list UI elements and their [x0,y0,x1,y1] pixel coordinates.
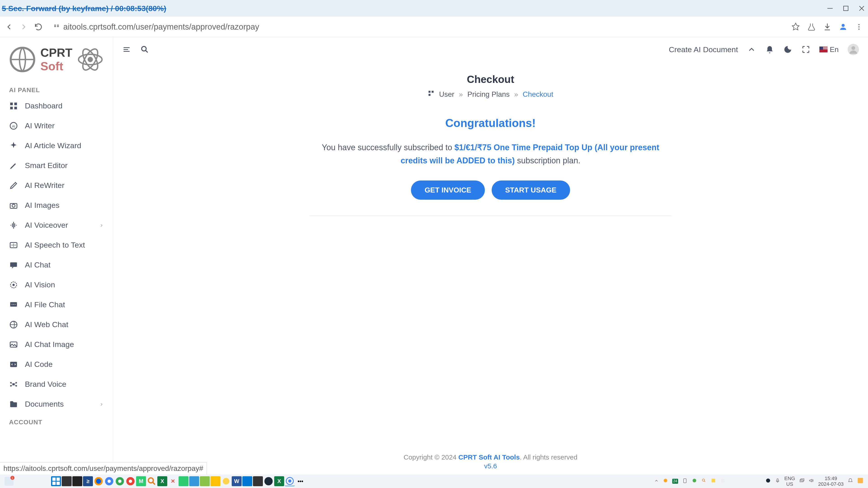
menu-icon[interactable] [855,22,864,31]
taskbar-steam[interactable] [264,476,274,486]
notifications-icon[interactable] [765,45,774,54]
sidebar-item-ai-code[interactable]: AI Code [0,355,113,375]
taskbar-overflow[interactable]: ••• [296,476,305,486]
menu-toggle-button[interactable] [122,45,131,54]
tray-notifications-icon[interactable] [848,478,853,485]
sidebar-item-smart-editor[interactable]: Smart Editor [0,156,113,175]
profile-icon[interactable] [839,22,848,31]
sidebar-item-dashboard[interactable]: Dashboard [0,96,113,116]
maximize-button[interactable] [841,4,850,13]
fullscreen-icon[interactable] [801,45,810,54]
svg-rect-51 [57,478,60,481]
sidebar-item-ai-rewriter[interactable]: AI ReWriter [0,175,113,195]
sidebar-item-ai-images[interactable]: AI Images [0,195,113,215]
sidebar-item-brand-voice[interactable]: Brand Voice [0,375,113,394]
sidebar-item-ai-writer[interactable]: AI AI Writer [0,116,113,136]
breadcrumb-user[interactable]: User [439,90,454,98]
breadcrumb-separator: » [514,90,518,98]
site-settings-icon[interactable] [53,23,60,31]
breadcrumb-current: Checkout [523,90,553,98]
congratulations-heading: Congratulations! [124,117,857,130]
svg-point-32 [15,304,16,304]
close-button[interactable] [857,4,866,13]
footer-brand-link[interactable]: CPRT Soft AI Tools [458,453,520,461]
taskbar-app-green[interactable] [179,476,188,486]
start-button[interactable] [51,476,61,486]
labs-icon[interactable] [807,22,816,31]
taskbar-firefox[interactable] [94,476,103,486]
minimize-button[interactable] [826,4,835,13]
tray-icon[interactable]: 24 [672,479,678,484]
taskbar-word[interactable]: W [232,476,242,486]
taskbar-app-dark[interactable] [253,476,263,486]
reload-button[interactable] [34,22,43,31]
tray-steam-icon[interactable] [765,478,771,485]
main-area: Create AI Document En Checkout User » Pr… [113,37,868,475]
sidebar-item-ai-voiceover[interactable]: AI Voiceover [0,215,113,235]
tray-clock[interactable]: 15:49 2024-07-03 [818,476,844,487]
logo[interactable]: CPRT Soft [0,41,113,82]
breadcrumb-pricing[interactable]: Pricing Plans [467,90,510,98]
user-avatar[interactable] [848,44,859,55]
taskbar-terminal[interactable] [72,476,82,486]
search-button[interactable] [140,45,149,54]
taskbar-search[interactable] [147,476,157,486]
taskbar-close-app[interactable]: ✕ [168,476,178,486]
sidebar-item-article-wizard[interactable]: AI Article Wizard [0,136,113,156]
get-invoice-button[interactable]: GET INVOICE [411,181,485,200]
taskbar-chrome-2[interactable] [115,476,125,486]
downloads-icon[interactable] [823,22,832,31]
taskbar-left: ≥ M X ✕ W X ••• [4,476,305,486]
bookmark-icon[interactable] [791,22,800,31]
taskbar-chromium-active[interactable] [285,476,295,486]
sidebar-item-speech-to-text[interactable]: AI Speech to Text [0,235,113,255]
language-selector[interactable]: En [819,45,839,54]
tray-language[interactable]: ENG US [784,476,795,487]
address-bar[interactable]: aitools.cprtsoft.com/user/payments/appro… [49,22,785,32]
tray-chevron-icon[interactable] [654,478,659,484]
create-document-link[interactable]: Create AI Document [669,45,738,54]
breadcrumb-home-icon[interactable] [428,90,434,98]
sidebar-item-chat-image[interactable]: AI Chat Image [0,335,113,355]
weather-widget[interactable] [4,477,13,486]
sidebar-label: Documents [25,400,64,409]
taskbar-excel[interactable]: X [157,476,167,486]
taskbar-calendar[interactable] [242,476,252,486]
taskbar-app-lime[interactable] [200,476,210,486]
taskbar-excel-2[interactable]: X [274,476,284,486]
sidebar-item-ai-chat[interactable]: AI Chat [0,255,113,275]
taskbar-app-m[interactable]: M [136,476,146,486]
svg-point-59 [118,480,122,483]
tray-icon[interactable] [663,478,668,485]
taskbar-notepad[interactable] [189,476,199,486]
tray-icon[interactable] [692,478,697,485]
dark-mode-icon[interactable] [783,45,792,54]
tray-network-icon[interactable] [799,478,804,485]
sidebar-item-ai-vision[interactable]: AI Vision [0,275,113,295]
tray-search-icon[interactable] [701,478,707,485]
start-usage-button[interactable]: START USAGE [492,181,570,200]
taskbar-chrome-3[interactable] [125,476,135,486]
svg-line-63 [153,483,155,485]
back-button[interactable] [4,22,13,31]
tray-volume-icon[interactable] [809,478,814,485]
svg-point-71 [702,479,705,481]
tray-icon[interactable] [711,478,716,485]
svg-point-11 [859,29,860,30]
tray-battery-icon[interactable] [682,478,688,485]
taskbar-powershell[interactable]: ≥ [83,476,93,486]
sidebar-item-web-chat[interactable]: AI Web Chat [0,315,113,335]
chevron-up-icon[interactable] [747,45,756,54]
taskbar-explorer[interactable] [211,476,220,486]
tray-app-icon[interactable] [857,477,864,485]
taskbar-chrome[interactable] [104,476,114,486]
tray-icon[interactable] [720,478,725,485]
taskbar-app[interactable] [62,476,72,486]
svg-rect-17 [10,103,13,105]
taskbar-tips[interactable] [221,476,231,486]
svg-line-45 [146,51,148,53]
tray-mic-icon[interactable] [775,478,780,485]
forward-button[interactable] [19,22,28,31]
sidebar-item-documents[interactable]: Documents [0,394,113,414]
sidebar-item-file-chat[interactable]: AI File Chat [0,295,113,315]
